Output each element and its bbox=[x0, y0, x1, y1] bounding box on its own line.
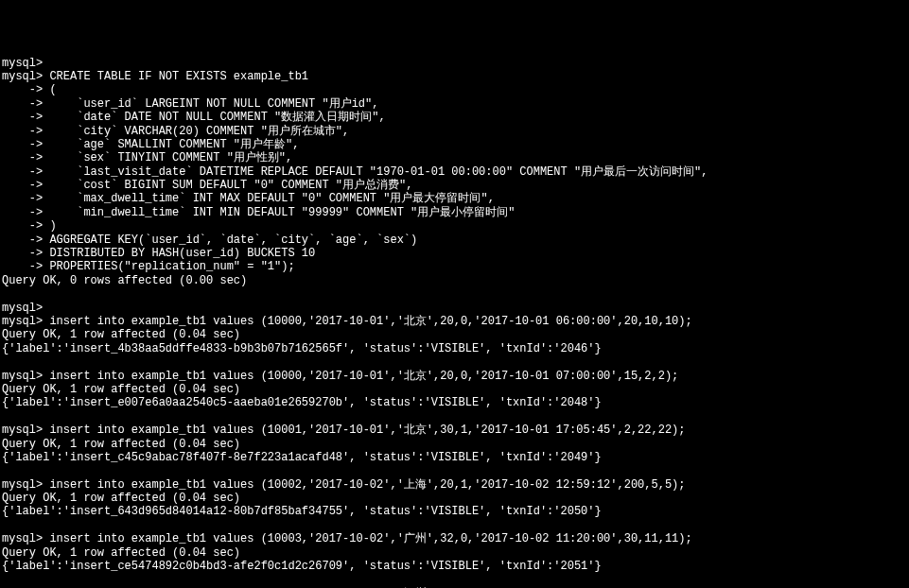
terminal-output[interactable]: mysql> mysql> CREATE TABLE IF NOT EXISTS… bbox=[2, 57, 907, 588]
